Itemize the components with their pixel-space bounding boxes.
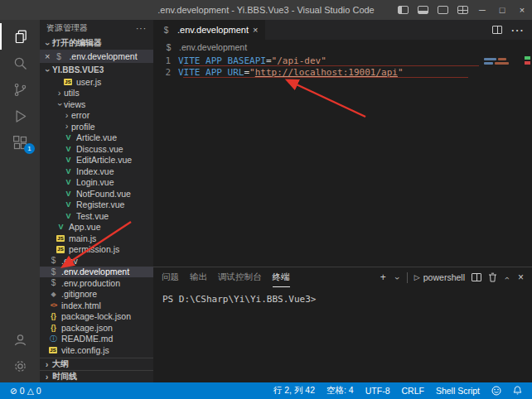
panel-tab-终端[interactable]: 终端 [273,267,290,287]
warning-icon: △ [27,386,34,396]
tree-item-utils[interactable]: ›utils [40,88,153,99]
explorer-sidebar: 资源管理器 ··· › 打开的编辑器 × $ .env.development … [40,20,153,382]
breadcrumb[interactable]: $ .env.development [153,40,532,55]
trash-icon[interactable] [488,272,497,282]
code-editor[interactable]: 1VITE_APP_BASEAPI="/api-dev"2VITE_APP_UR… [153,55,532,267]
search-icon[interactable] [0,50,40,76]
toggle-panel-icon[interactable] [413,0,433,20]
chevron-down-icon: › [56,101,65,108]
run-debug-icon[interactable] [0,103,40,129]
chevron-down-icon[interactable]: › [392,274,401,281]
customize-layout-icon[interactable] [452,0,472,20]
code-line-2[interactable]: 2VITE_APP_URL="http://localhost:19001/ap… [153,67,532,79]
source-control-icon[interactable] [0,76,40,103]
eol-status[interactable]: CRLF [398,386,427,396]
tree-item-Index.vue[interactable]: VIndex.vue [40,166,153,177]
editor-more-actions-icon[interactable]: ⋯ [510,22,524,38]
tree-item-vite.config.js[interactable]: JSvite.config.js [40,344,153,356]
minimap[interactable] [484,58,517,66]
close-panel-icon[interactable]: × [518,272,524,283]
open-editor-item[interactable]: × $ .env.development [40,50,153,63]
toggle-secondary-sidebar-icon[interactable] [433,0,452,20]
editor-tab-bar: $ .env.development × ⋯ [153,20,532,40]
tree-item-package.json[interactable]: {}package.json [40,322,153,334]
minimize-button[interactable]: ─ [472,0,492,20]
code-line-1[interactable]: 1VITE_APP_BASEAPI="/api-dev" [153,55,532,67]
language-mode[interactable]: Shell Script [433,386,483,396]
explorer-icon[interactable] [0,23,40,50]
file-name: package-lock.json [61,311,131,321]
new-terminal-icon[interactable]: + [380,272,386,283]
env-file-icon: $ [48,256,59,265]
tree-item-profile[interactable]: ›profile [40,121,153,132]
project-section-header[interactable]: › YI.BBS.VUE3 [40,63,153,76]
maximize-panel-icon[interactable]: › [502,274,511,281]
vue-file-icon: V [63,133,74,142]
title-bar: .env.development - Yi.BBS.Vue3 - Visual … [0,0,532,20]
tree-item-package-lock.json[interactable]: {}package-lock.json [40,311,153,323]
timeline-label: 时间线 [52,371,77,382]
terminal-content[interactable]: PS D:\CSharp\Yi\Yi.BBS.Vue3> [153,287,532,311]
vue-file-icon: V [63,190,74,198]
views-more-icon[interactable]: ··· [136,24,147,33]
split-terminal-icon[interactable] [472,273,481,281]
tree-item-App.vue[interactable]: VApp.vue [40,222,153,233]
chevron-right-icon: › [43,373,51,382]
tab-close-icon[interactable]: × [253,25,258,35]
extensions-icon[interactable]: 1 [0,129,40,156]
file-name: .gitignore [61,289,97,299]
js-file-icon: JS [64,79,72,86]
tree-item-.env[interactable]: $.env [40,255,153,267]
feedback-smiley-icon[interactable] [488,386,505,396]
tree-item-.env.production[interactable]: $.env.production [40,277,153,289]
problems-status[interactable]: ⊘0 △0 [7,386,45,396]
encoding-status[interactable]: UTF-8 [362,386,394,396]
file-name: .env.development [61,267,129,276]
vscode-window: .env.development - Yi.BBS.Vue3 - Visual … [0,0,532,399]
panel-tab-输出[interactable]: 输出 [190,267,207,287]
tree-item-Discuss.vue[interactable]: VDiscuss.vue [40,143,153,155]
close-icon[interactable]: × [45,51,50,61]
tree-item-.env.development[interactable]: $.env.development [40,267,153,278]
code-lines: 1VITE_APP_BASEAPI="/api-dev"2VITE_APP_UR… [153,55,532,79]
terminal-shell-picker[interactable]: ▷ powershell [414,272,465,282]
ruler-mark-green [525,56,530,60]
file-name: Article.vue [76,132,117,142]
tab-env-development[interactable]: $ .env.development × [153,20,265,40]
vue-file-icon: V [56,223,66,231]
tree-item-Test.vue[interactable]: VTest.vue [40,210,153,222]
tree-item-NotFound.vue[interactable]: VNotFound.vue [40,188,153,200]
cursor-position[interactable]: 行 2, 列 42 [270,385,318,397]
tree-item-Register.vue[interactable]: VRegister.vue [40,200,153,211]
open-editors-header[interactable]: › 打开的编辑器 [40,36,153,50]
tree-item-EditArticle.vue[interactable]: VEditArticle.vue [40,155,153,166]
account-icon[interactable] [0,326,40,353]
timeline-section[interactable]: › 时间线 [40,370,153,382]
maximize-button[interactable]: □ [492,0,512,20]
tree-item-permission.js[interactable]: JSpermission.js [40,244,153,256]
tree-item-README.md[interactable]: ⓘREADME.md [40,334,153,345]
toggle-sidebar-icon[interactable] [393,0,413,20]
tree-item-.gitignore[interactable]: ◆.gitignore [40,289,153,300]
indentation-status[interactable]: 空格: 4 [323,385,357,397]
close-button[interactable]: × [512,0,532,20]
panel-tab-调试控制台[interactable]: 调试控制台 [218,267,262,287]
tree-item-user.js[interactable]: JSuser.js [40,76,153,88]
panel-actions: + › ▷ powershell › × [380,272,524,283]
file-name: EditArticle.vue [76,155,132,165]
outline-section[interactable]: › 大纲 [40,358,153,370]
tree-item-views[interactable]: ›views [40,99,153,110]
tree-item-index.html[interactable]: <>index.html [40,300,153,311]
tree-item-Login.vue[interactable]: VLogin.vue [40,177,153,189]
settings-gear-icon[interactable] [0,353,40,379]
tree-item-main.js[interactable]: JSmain.js [40,233,153,244]
panel-tab-问题[interactable]: 问题 [162,267,179,287]
tree-item-Article.vue[interactable]: VArticle.vue [40,132,153,144]
open-editors-label: 打开的编辑器 [52,37,102,49]
split-editor-icon[interactable] [492,26,502,34]
tree-item-error[interactable]: ›error [40,110,153,122]
chevron-right-icon: › [63,111,70,120]
notifications-bell-icon[interactable] [510,386,525,396]
file-name: Register.vue [76,200,124,209]
sidebar-title-label: 资源管理器 [46,22,88,34]
